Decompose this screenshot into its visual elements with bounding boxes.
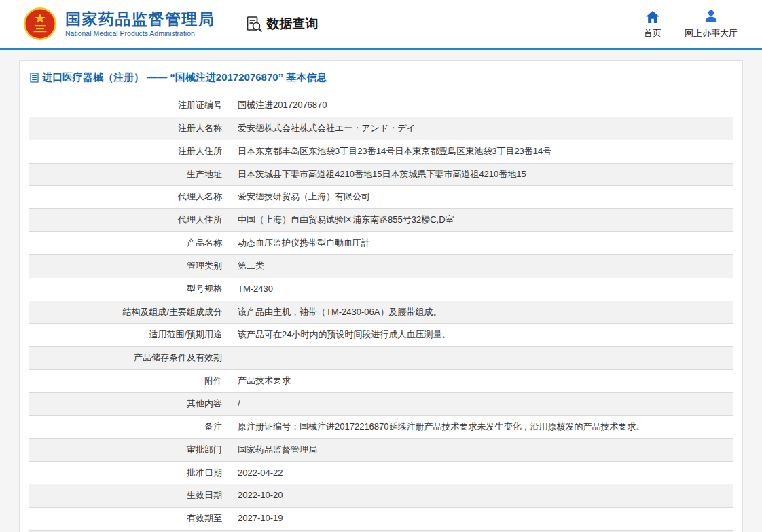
row-label: 管理类别 bbox=[29, 254, 230, 278]
page-title: 进口医疗器械（注册） —— “国械注进20172076870” 基本信息 bbox=[30, 71, 733, 84]
table-row: 其他内容/ bbox=[29, 392, 733, 415]
row-value: 动态血压监护仪携帯型自動血圧計 bbox=[230, 232, 733, 255]
table-row: 管理类别第二类 bbox=[29, 254, 733, 278]
table-row: 产品名称动态血压监护仪携帯型自動血圧計 bbox=[29, 232, 733, 255]
table-row: 代理人名称爱安德技研贸易（上海）有限公司 bbox=[29, 186, 733, 209]
info-table: 注册证编号国械注进20172076870注册人名称爱安德株式会社株式会社エー・ア… bbox=[29, 94, 733, 532]
table-row: 注册证编号国械注进20172076870 bbox=[29, 94, 733, 117]
row-label: 有效期至 bbox=[29, 508, 230, 531]
row-label: 注册人名称 bbox=[29, 117, 230, 140]
row-value: 产品技术要求 bbox=[230, 370, 733, 393]
row-label: 审批部门 bbox=[29, 438, 230, 461]
row-value: 该产品可在24小时内的预设时间段进行成人血压测量。 bbox=[230, 324, 733, 347]
logo-group: 国家药品监督管理局 National Medical Products Admi… bbox=[23, 7, 215, 41]
org-name-en: National Medical Products Administration bbox=[65, 29, 215, 37]
table-row: 有效期至2027-10-19 bbox=[29, 508, 733, 531]
row-label: 代理人名称 bbox=[29, 186, 230, 209]
table-row: 型号规格TM-2430 bbox=[29, 278, 733, 301]
row-value: 2022-10-20 bbox=[230, 484, 733, 508]
home-icon bbox=[645, 9, 660, 24]
table-row: 注册人名称爱安德株式会社株式会社エー・アンド・デイ bbox=[29, 117, 733, 140]
row-value: 该产品由主机，袖带（TM-2430-06A）及腰带组成。 bbox=[230, 301, 733, 324]
page-title-text: 进口医疗器械（注册） —— “国械注进20172076870” 基本信息 bbox=[42, 71, 327, 84]
row-label: 结构及组成/主要组成成分 bbox=[29, 301, 230, 324]
user-icon bbox=[704, 9, 719, 24]
row-value: 第二类 bbox=[230, 254, 733, 278]
row-value: 爱安德株式会社株式会社エー・アンド・デイ bbox=[230, 117, 733, 140]
row-label: 代理人住所 bbox=[29, 209, 230, 232]
nav-home-label: 首页 bbox=[644, 27, 661, 39]
table-row: 附件产品技术要求 bbox=[29, 370, 733, 393]
row-label: 生产地址 bbox=[29, 163, 230, 186]
table-row: 生产地址日本茨城县下妻市高道祖4210番地15日本茨城県下妻市高道祖4210番地… bbox=[29, 163, 733, 186]
org-name-cn: 国家药品监督管理局 bbox=[65, 10, 215, 28]
table-row: 产品储存条件及有效期 bbox=[29, 347, 733, 370]
table-row: 代理人住所中国（上海）自由贸易试验区浦东南路855号32楼C,D室 bbox=[29, 209, 733, 232]
national-emblem-logo bbox=[23, 7, 57, 41]
row-value: 爱安德技研贸易（上海）有限公司 bbox=[230, 186, 733, 209]
org-names: 国家药品监督管理局 National Medical Products Admi… bbox=[65, 10, 215, 37]
site-header: 国家药品监督管理局 National Medical Products Admi… bbox=[0, 0, 762, 48]
nav-service-hall-label: 网上办事大厅 bbox=[685, 27, 738, 39]
nav-service-hall[interactable]: 网上办事大厅 bbox=[685, 9, 738, 39]
row-value bbox=[230, 347, 733, 370]
content-box: 进口医疗器械（注册） —— “国械注进20172076870” 基本信息 注册证… bbox=[19, 60, 743, 532]
row-label: 备注 bbox=[29, 415, 230, 438]
row-value: 国械注进20172076870 bbox=[230, 94, 733, 117]
row-value: TM-2430 bbox=[230, 278, 733, 301]
table-row: 适用范围/预期用途该产品可在24小时内的预设时间段进行成人血压测量。 bbox=[29, 324, 733, 347]
table-row: 批准日期2022-04-22 bbox=[29, 461, 733, 484]
row-value: / bbox=[230, 392, 733, 415]
header-nav: 首页 网上办事大厅 bbox=[644, 9, 738, 39]
row-label: 型号规格 bbox=[29, 278, 230, 301]
row-value: 原注册证编号：国械注进20172216870延续注册产品技术要求未发生变化，沿用… bbox=[230, 415, 733, 438]
row-label: 产品储存条件及有效期 bbox=[29, 347, 230, 370]
row-value: 日本茨城县下妻市高道祖4210番地15日本茨城県下妻市高道祖4210番地15 bbox=[230, 163, 733, 186]
row-label: 生效日期 bbox=[29, 484, 230, 508]
row-label: 产品名称 bbox=[29, 232, 230, 255]
table-row: 审批部门国家药品监督管理局 bbox=[29, 438, 733, 461]
nav-data-query[interactable]: 数据查询 bbox=[245, 15, 319, 33]
row-label: 其他内容 bbox=[29, 392, 230, 415]
data-query-label: 数据查询 bbox=[267, 15, 319, 33]
data-query-icon bbox=[245, 15, 264, 33]
row-value: 国家药品监督管理局 bbox=[230, 438, 733, 461]
document-icon bbox=[30, 73, 39, 83]
row-label: 注册证编号 bbox=[29, 94, 230, 117]
nav-home[interactable]: 首页 bbox=[644, 9, 661, 39]
row-value: 日本东京都丰岛区东池袋3丁目23番14号日本東京都豊島区東池袋3丁目23番14号 bbox=[230, 140, 733, 163]
table-row: 结构及组成/主要组成成分该产品由主机，袖带（TM-2430-06A）及腰带组成。 bbox=[29, 301, 733, 324]
row-label: 附件 bbox=[29, 370, 230, 393]
row-value: 2022-04-22 bbox=[230, 461, 733, 484]
row-label: 注册人住所 bbox=[29, 140, 230, 163]
row-value: 2027-10-19 bbox=[230, 508, 733, 531]
table-row: 生效日期2022-10-20 bbox=[29, 484, 733, 508]
table-row: 注册人住所日本东京都丰岛区东池袋3丁目23番14号日本東京都豊島区東池袋3丁目2… bbox=[29, 140, 733, 163]
row-label: 适用范围/预期用途 bbox=[29, 324, 230, 347]
table-row: 备注原注册证编号：国械注进20172216870延续注册产品技术要求未发生变化，… bbox=[29, 415, 733, 438]
row-label: 批准日期 bbox=[29, 461, 230, 484]
main-area: 进口医疗器械（注册） —— “国械注进20172076870” 基本信息 注册证… bbox=[0, 50, 762, 532]
row-value: 中国（上海）自由贸易试验区浦东南路855号32楼C,D室 bbox=[230, 209, 733, 232]
